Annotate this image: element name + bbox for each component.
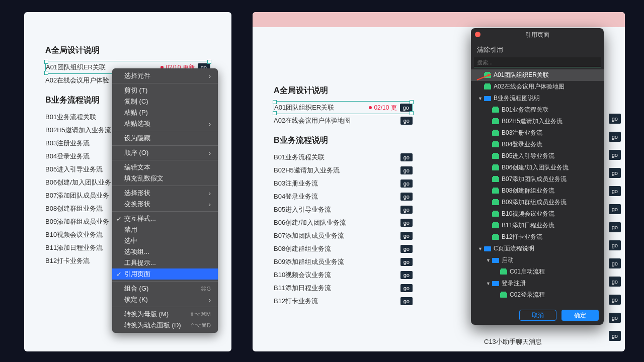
list-item[interactable]: A02在线会议用户体验地图go: [274, 114, 413, 127]
ctx-option-group[interactable]: 选项组...: [112, 246, 218, 257]
list-item-label: B12打卡业务流: [274, 297, 318, 306]
clear-reference-link[interactable]: 清除引用: [471, 41, 604, 57]
tree-page[interactable]: B12打卡业务流: [471, 231, 604, 243]
tree-page[interactable]: B03注册业务流: [471, 127, 604, 139]
tree-page[interactable]: B04登录业务流: [471, 139, 604, 150]
page-tree[interactable]: A01团队组织ER关联A02在线会议用户体验地图▼B业务流程图说明B01业务流程…: [471, 69, 604, 306]
list-item[interactable]: B04登录业务流go: [274, 190, 413, 203]
list-item-label: B09添加群组成员业务: [45, 217, 109, 226]
right-header-bar: [253, 12, 625, 27]
go-button[interactable]: go: [400, 219, 413, 227]
page-icon: [492, 223, 499, 228]
list-item[interactable]: B07添加团队成员业务流go: [274, 229, 413, 242]
tree-page[interactable]: A02在线会议用户体验地图: [471, 81, 604, 93]
list-item[interactable]: B11添加日程业务流go: [274, 282, 413, 295]
list-item[interactable]: B01业务流程关联go: [274, 151, 413, 164]
go-button[interactable]: go: [400, 104, 412, 112]
tree-page[interactable]: B01业务流程关联: [471, 104, 604, 116]
close-icon[interactable]: [475, 32, 480, 37]
ctx-group[interactable]: 组合 (G)⌘G: [112, 283, 218, 294]
tree-label: 启动: [502, 256, 514, 264]
ctx-copy[interactable]: 复制 (C): [112, 96, 218, 107]
tree-page[interactable]: B05进入引导业务流: [471, 150, 604, 162]
go-button[interactable]: go: [609, 222, 621, 232]
ctx-select-components[interactable]: 选择元件: [112, 70, 218, 81]
cancel-button[interactable]: 取消: [519, 310, 556, 321]
tree-folder[interactable]: ▼C页面流程说明: [471, 243, 604, 254]
go-button[interactable]: go: [609, 150, 621, 160]
list-item[interactable]: B12打卡业务流go: [274, 295, 413, 308]
go-button[interactable]: go: [609, 132, 621, 142]
go-button[interactable]: go: [609, 313, 621, 323]
list-item-label: A01团队组织ER关联: [46, 63, 106, 72]
go-button[interactable]: go: [400, 232, 413, 240]
ctx-select[interactable]: 选中: [112, 235, 218, 246]
ok-button[interactable]: 确定: [561, 310, 599, 321]
tree-page[interactable]: B09添加群组成员业务流: [471, 197, 604, 208]
tree-page[interactable]: C02登录流程: [471, 289, 604, 301]
list-item-label: B12打卡业务流: [45, 256, 90, 265]
go-button[interactable]: go: [400, 271, 413, 279]
tree-label: B05进入引导业务流: [502, 152, 554, 160]
list-item[interactable]: B09添加群组成员业务流go: [274, 255, 413, 268]
ctx-transform-shape[interactable]: 变换形状: [112, 199, 218, 210]
tree-folder[interactable]: ▼启动: [471, 254, 604, 266]
ctx-order[interactable]: 顺序 (O): [112, 147, 218, 158]
list-item-label: B05进入引导业务流: [45, 165, 103, 174]
ctx-fill-lorem[interactable]: 填充乱数假文: [112, 173, 218, 184]
list-item[interactable]: B08创建群组业务流go: [274, 242, 413, 255]
go-button[interactable]: go: [400, 117, 413, 125]
tree-folder[interactable]: ▼登录注册: [471, 278, 604, 289]
tree-page[interactable]: B06创建/加入团队业务流: [471, 162, 604, 173]
ctx-lock[interactable]: 锁定 (K): [112, 294, 218, 305]
tree-page[interactable]: B08创建群组业务流: [471, 185, 604, 197]
ctx-cut[interactable]: 剪切 (T): [112, 85, 218, 96]
ctx-select-shape[interactable]: 选择形状: [112, 188, 218, 199]
go-button[interactable]: go: [609, 114, 621, 124]
ctx-set-hidden[interactable]: 设为隐藏: [112, 133, 218, 144]
go-button[interactable]: go: [400, 284, 413, 292]
list-item[interactable]: B03注册业务流go: [274, 177, 413, 190]
ctx-interaction-style[interactable]: 交互样式...: [112, 213, 218, 224]
search-input[interactable]: [474, 57, 601, 67]
tree-folder[interactable]: ▼B业务流程图说明: [471, 93, 604, 104]
go-button[interactable]: go: [609, 331, 621, 341]
go-button[interactable]: go: [609, 240, 621, 250]
go-button[interactable]: go: [400, 258, 413, 266]
go-button[interactable]: go: [400, 245, 413, 253]
ctx-disable[interactable]: 禁用: [112, 224, 218, 235]
go-button[interactable]: go: [400, 179, 413, 188]
ctx-edit-text[interactable]: 编辑文本: [112, 162, 218, 173]
go-button[interactable]: go: [400, 153, 413, 161]
go-button[interactable]: go: [400, 166, 413, 174]
ctx-reference-page[interactable]: 引用页面: [112, 268, 218, 280]
ctx-paste[interactable]: 粘贴 (P): [112, 107, 218, 118]
list-item[interactable]: B06创建/加入团队业务流go: [274, 216, 413, 229]
go-button[interactable]: go: [609, 295, 621, 305]
caret-icon: ▼: [478, 96, 484, 101]
ctx-paste-options[interactable]: 粘贴选项: [112, 118, 218, 129]
tree-page[interactable]: B02H5邀请加入业务流: [471, 116, 604, 127]
go-button[interactable]: go: [400, 206, 413, 214]
ctx-convert-master[interactable]: 转换为母版 (M)⇧⌥⌘M: [112, 309, 218, 320]
go-button[interactable]: go: [609, 258, 621, 268]
tree-page[interactable]: B11添加日程业务流: [471, 220, 604, 231]
go-button[interactable]: go: [609, 186, 621, 196]
ctx-convert-dynamic[interactable]: 转换为动态面板 (D)⇧⌥⌘D: [112, 320, 218, 331]
ctx-tooltip[interactable]: 工具提示...: [112, 257, 218, 268]
go-button[interactable]: go: [400, 297, 413, 305]
page-icon: [492, 235, 499, 240]
tree-label: B09添加群组成员业务流: [502, 198, 567, 207]
list-item[interactable]: B10视频会议业务流go: [274, 268, 413, 282]
list-item-label: B10视频会议业务流: [45, 230, 103, 239]
go-button[interactable]: go: [609, 277, 621, 287]
tree-page[interactable]: C01启动流程: [471, 266, 604, 278]
tree-page[interactable]: B07添加团队成员业务流: [471, 173, 604, 185]
list-item[interactable]: A01团队组织ER关联02/10 更go: [274, 101, 413, 114]
go-button[interactable]: go: [609, 168, 621, 178]
list-item[interactable]: B02H5邀请加入业务流go: [274, 164, 413, 177]
go-button[interactable]: go: [609, 204, 621, 214]
go-button[interactable]: go: [400, 193, 413, 201]
list-item[interactable]: B05进入引导业务流go: [274, 203, 413, 216]
tree-page[interactable]: B10视频会议业务流: [471, 208, 604, 220]
